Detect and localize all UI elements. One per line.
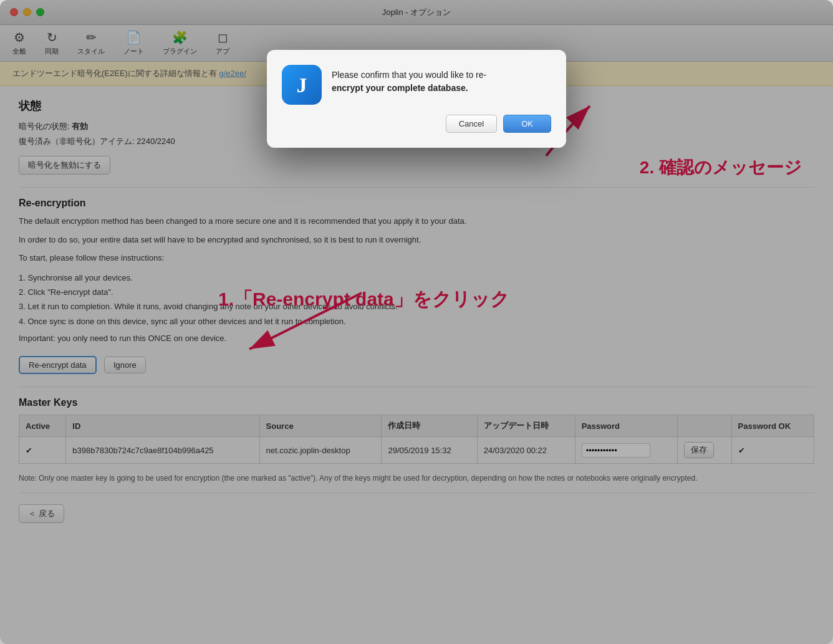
svg-text:J: J — [297, 74, 307, 97]
modal-dialog: J Please confirm that you would like to … — [267, 50, 566, 148]
joplin-app-icon: J — [282, 65, 322, 105]
modal-header: J Please confirm that you would like to … — [282, 65, 551, 105]
modal-cancel-button[interactable]: Cancel — [446, 115, 497, 133]
modal-buttons: Cancel OK — [282, 115, 551, 133]
app-window: Joplin - オプション ⚙ 全般 ↻ 同期 ✏ スタイル 📄 ノート 🧩 … — [0, 0, 833, 644]
modal-line2: encrypt your complete database. — [332, 83, 468, 93]
modal-line1: Please confirm that you would like to re… — [332, 70, 486, 80]
modal-overlay: J Please confirm that you would like to … — [0, 0, 833, 644]
modal-message: Please confirm that you would like to re… — [332, 65, 486, 95]
modal-ok-button[interactable]: OK — [503, 115, 551, 133]
